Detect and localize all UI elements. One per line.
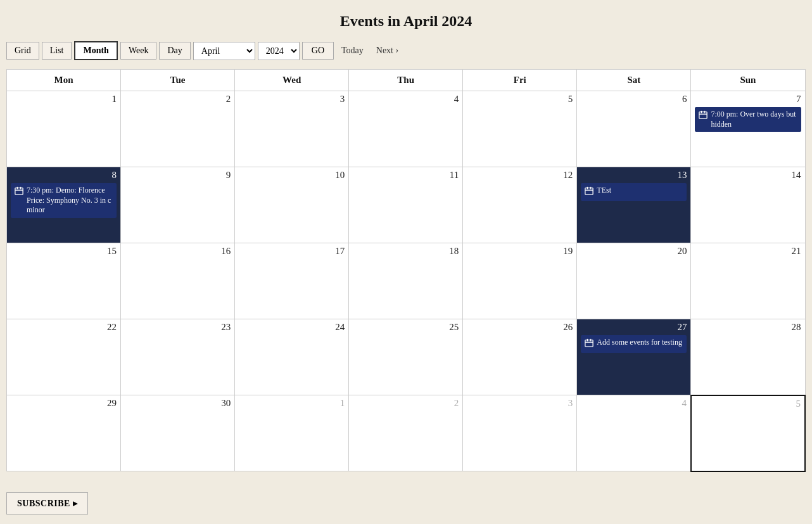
- calendar-header-mon: Mon: [7, 70, 121, 91]
- calendar-cell[interactable]: 10: [235, 167, 349, 243]
- calendar-cell[interactable]: 29: [7, 395, 121, 471]
- cell-date-number: 29: [11, 398, 117, 409]
- day-view-btn[interactable]: Day: [159, 42, 190, 60]
- toolbar: Grid List Month Week Day JanuaryFebruary…: [6, 41, 806, 60]
- calendar-cell[interactable]: 7 7:00 pm: Over two days but hidden: [691, 91, 805, 167]
- calendar-cell[interactable]: 15: [7, 243, 121, 319]
- cell-date-number: 16: [125, 246, 231, 257]
- cell-date-number: 10: [239, 170, 345, 181]
- event-text: 7:00 pm: Over two days but hidden: [711, 110, 797, 129]
- calendar-cell[interactable]: 9: [121, 167, 235, 243]
- cell-date-number: 15: [11, 246, 117, 257]
- calendar-header-sun: Sun: [691, 70, 805, 91]
- calendar-event-icon: [585, 338, 593, 350]
- cell-date-number: 20: [581, 246, 687, 257]
- cell-date-number: 3: [239, 94, 345, 105]
- calendar-cell[interactable]: 2: [121, 91, 235, 167]
- event-item[interactable]: 7:00 pm: Over two days but hidden: [695, 107, 801, 132]
- svg-rect-0: [699, 112, 707, 119]
- calendar-cell[interactable]: 12: [463, 167, 577, 243]
- calendar-cell[interactable]: 26: [463, 319, 577, 395]
- calendar-cell[interactable]: 17: [235, 243, 349, 319]
- calendar-cell[interactable]: 13 TEst: [577, 167, 691, 243]
- cell-date-number: 2: [125, 94, 231, 105]
- calendar-table: MonTueWedThuFriSatSun 1234567 7:00 pm: O…: [6, 69, 806, 472]
- cell-date-number: 3: [467, 398, 573, 409]
- calendar-header-wed: Wed: [235, 70, 349, 91]
- month-select[interactable]: JanuaryFebruaryMarch AprilMayJune JulyAu…: [193, 42, 255, 60]
- calendar-cell[interactable]: 20: [577, 243, 691, 319]
- calendar-cell[interactable]: 6: [577, 91, 691, 167]
- cell-date-number: 26: [467, 322, 573, 333]
- year-select[interactable]: 2022202320242025: [258, 42, 300, 60]
- cell-date-number: 28: [695, 322, 801, 333]
- cell-date-number: 18: [353, 246, 459, 257]
- calendar-cell[interactable]: 11: [349, 167, 463, 243]
- calendar-cell[interactable]: 19: [463, 243, 577, 319]
- calendar-cell[interactable]: 1: [235, 395, 349, 471]
- list-view-btn[interactable]: List: [42, 42, 72, 60]
- calendar-event-icon: [585, 186, 593, 198]
- calendar-event-icon: [15, 186, 23, 198]
- calendar-cell[interactable]: 16: [121, 243, 235, 319]
- cell-date-number: 22: [11, 322, 117, 333]
- calendar-header-thu: Thu: [349, 70, 463, 91]
- cell-date-number: 4: [353, 94, 459, 105]
- cell-date-number: 25: [353, 322, 459, 333]
- cell-date-number: 1: [11, 94, 117, 105]
- calendar-cell[interactable]: 22: [7, 319, 121, 395]
- cell-date-number: 21: [695, 246, 801, 257]
- calendar-header-sat: Sat: [577, 70, 691, 91]
- svg-rect-12: [585, 340, 593, 347]
- calendar-cell[interactable]: 21: [691, 243, 805, 319]
- page-container: Events in April 2024 Grid List Month Wee…: [0, 0, 812, 524]
- calendar-cell[interactable]: 8 7:30 pm: Demo: Florence Price: Symphon…: [7, 167, 121, 243]
- svg-rect-4: [15, 188, 23, 195]
- event-text: 7:30 pm: Demo: Florence Price: Symphony …: [27, 186, 113, 215]
- cell-date-number: 27: [581, 322, 687, 333]
- cell-date-number: 19: [467, 246, 573, 257]
- cell-date-number: 11: [353, 170, 459, 181]
- cell-date-number: 7: [695, 94, 801, 105]
- cell-date-number: 14: [695, 170, 801, 181]
- calendar-cell[interactable]: 23: [121, 319, 235, 395]
- grid-view-btn[interactable]: Grid: [6, 42, 39, 60]
- event-item[interactable]: Add some events for testing: [581, 335, 687, 353]
- calendar-cell[interactable]: 5: [463, 91, 577, 167]
- svg-rect-8: [585, 188, 593, 195]
- week-view-btn[interactable]: Week: [120, 42, 157, 60]
- page-title: Events in April 2024: [6, 13, 806, 30]
- go-button[interactable]: GO: [302, 42, 334, 60]
- calendar-event-icon: [699, 110, 707, 122]
- month-view-btn[interactable]: Month: [74, 41, 117, 60]
- calendar-cell[interactable]: 3: [463, 395, 577, 471]
- cell-date-number: 9: [125, 170, 231, 181]
- calendar-cell[interactable]: 30: [121, 395, 235, 471]
- calendar-header-tue: Tue: [121, 70, 235, 91]
- cell-date-number: 24: [239, 322, 345, 333]
- cell-date-number: 12: [467, 170, 573, 181]
- calendar-cell[interactable]: 25: [349, 319, 463, 395]
- today-button[interactable]: Today: [336, 42, 369, 59]
- calendar-cell[interactable]: 27 Add some events for testing: [577, 319, 691, 395]
- calendar-cell[interactable]: 3: [235, 91, 349, 167]
- calendar-header-fri: Fri: [463, 70, 577, 91]
- calendar-cell[interactable]: 18: [349, 243, 463, 319]
- cell-date-number: 2: [353, 398, 459, 409]
- cell-date-number: 5: [467, 94, 573, 105]
- calendar-cell[interactable]: 2: [349, 395, 463, 471]
- event-item[interactable]: 7:30 pm: Demo: Florence Price: Symphony …: [11, 183, 117, 218]
- calendar-cell[interactable]: 24: [235, 319, 349, 395]
- calendar-cell[interactable]: 4: [349, 91, 463, 167]
- calendar-cell[interactable]: 1: [7, 91, 121, 167]
- event-text: TEst: [597, 186, 611, 196]
- calendar-cell[interactable]: 28: [691, 319, 805, 395]
- event-item[interactable]: TEst: [581, 183, 687, 201]
- calendar-cell[interactable]: 4: [577, 395, 691, 471]
- cell-date-number: 30: [125, 398, 231, 409]
- cell-date-number: 23: [125, 322, 231, 333]
- next-button[interactable]: Next ›: [371, 42, 403, 59]
- subscribe-button[interactable]: SUBSCRIBE ▸: [6, 492, 88, 514]
- calendar-cell[interactable]: 5: [691, 395, 805, 471]
- calendar-cell[interactable]: 14: [691, 167, 805, 243]
